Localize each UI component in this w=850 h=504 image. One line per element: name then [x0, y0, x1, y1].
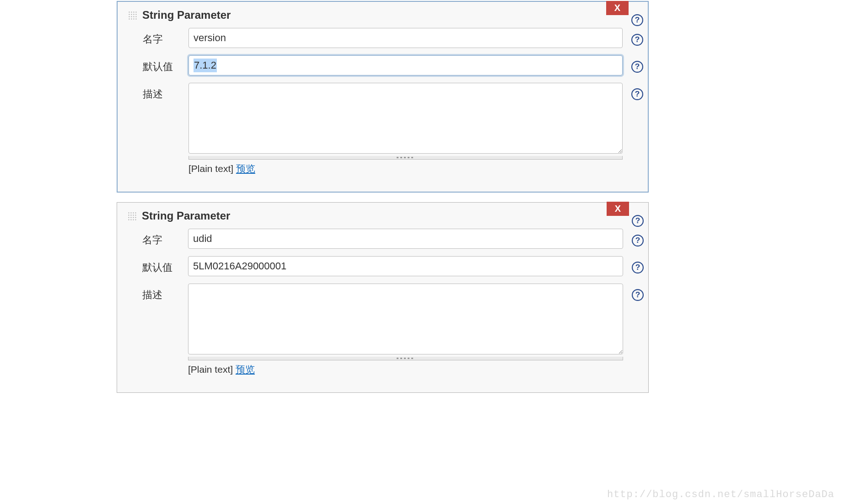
plain-text-label: [Plain text] — [188, 364, 233, 375]
help-icon[interactable]: ? — [632, 215, 644, 227]
description-label: 描述 — [142, 284, 188, 302]
delete-parameter-button[interactable]: X — [606, 1, 629, 15]
default-value-input[interactable]: 7.1.2 — [188, 55, 623, 75]
description-label: 描述 — [143, 83, 188, 101]
description-textarea[interactable] — [188, 83, 623, 154]
svg-text:?: ? — [635, 15, 640, 24]
svg-text:?: ? — [635, 263, 640, 272]
default-value-label: 默认值 — [142, 256, 188, 274]
help-icon[interactable]: ? — [632, 289, 644, 301]
svg-text:?: ? — [635, 35, 640, 44]
help-icon[interactable]: ? — [631, 34, 643, 46]
delete-parameter-button[interactable]: X — [607, 202, 629, 216]
svg-text:?: ? — [635, 236, 640, 245]
plain-text-label: [Plain text] — [188, 163, 233, 174]
preview-link[interactable]: 预览 — [236, 163, 255, 174]
svg-text:?: ? — [635, 89, 640, 98]
drag-handle-icon[interactable] — [127, 211, 136, 220]
parameter-header: String Parameter — [127, 209, 623, 222]
svg-text:?: ? — [635, 62, 640, 71]
drag-handle-icon[interactable] — [128, 11, 137, 20]
parameter-title: String Parameter — [142, 9, 231, 21]
svg-text:?: ? — [635, 290, 640, 299]
parameter-header: String Parameter — [128, 9, 623, 21]
help-icon[interactable]: ? — [631, 61, 643, 73]
preview-link[interactable]: 预览 — [236, 364, 255, 375]
description-textarea[interactable] — [188, 284, 623, 354]
default-value-input[interactable] — [188, 256, 623, 276]
help-icon[interactable]: ? — [632, 235, 644, 247]
default-value-label: 默认值 — [143, 55, 188, 74]
parameter-block-udid: X ? ? ? ? String Parameter 名字 默认值 — [117, 202, 649, 393]
help-icon[interactable]: ? — [631, 88, 643, 100]
textarea-resize-bar[interactable] — [188, 156, 623, 160]
help-icon[interactable]: ? — [631, 14, 643, 26]
name-label: 名字 — [143, 28, 188, 46]
parameter-block-version: X ? ? ? ? String Parameter 名字 默认值 7.1.2 — [117, 1, 649, 193]
textarea-resize-bar[interactable] — [188, 357, 623, 360]
name-input[interactable] — [188, 229, 623, 249]
svg-text:?: ? — [635, 216, 640, 225]
watermark-text: http://blog.csdn.net/smallHorseDaDa — [607, 489, 834, 500]
name-input[interactable] — [188, 28, 623, 48]
parameter-title: String Parameter — [142, 209, 230, 222]
name-label: 名字 — [142, 229, 188, 247]
help-icon[interactable]: ? — [632, 262, 644, 273]
